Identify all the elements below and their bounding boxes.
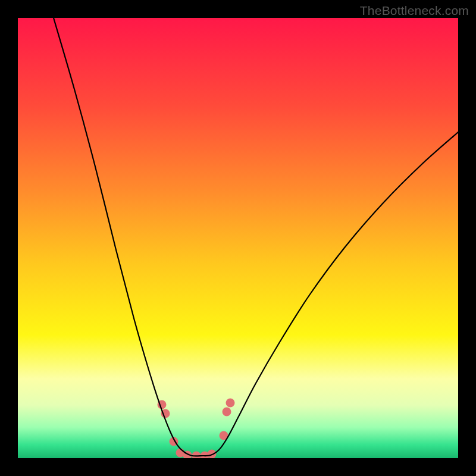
line-layer bbox=[54, 18, 458, 456]
chart-frame bbox=[18, 18, 458, 458]
series-bottleneck-left bbox=[54, 18, 202, 456]
watermark-text: TheBottleneck.com bbox=[360, 4, 469, 18]
series-bottleneck-right bbox=[202, 132, 458, 456]
marker-dot bbox=[192, 452, 201, 459]
marker-dot bbox=[223, 408, 231, 416]
chart-curve bbox=[18, 18, 458, 458]
marker-dot bbox=[226, 399, 235, 408]
